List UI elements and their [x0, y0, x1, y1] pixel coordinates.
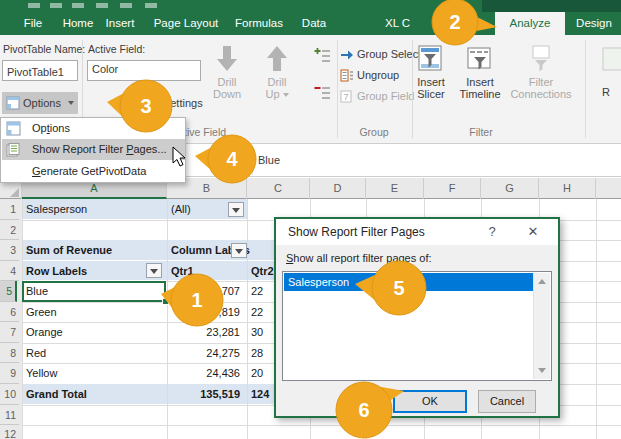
menu-item-show-report-filter-pages[interactable]: Show Report Filter Pages... [2, 139, 185, 160]
filter-connections-button: Filter Connections [508, 42, 574, 114]
callout-3: 3 [100, 78, 176, 136]
pivottable-name-input[interactable]: PivotTable1 [2, 60, 78, 81]
menu-item-generate-getpivotdata[interactable]: Generate GetPivotData [2, 161, 185, 182]
column-header-e[interactable]: E [366, 178, 424, 199]
cell-filter-field[interactable]: Salesperson [26, 199, 87, 220]
cancel-button[interactable]: Cancel [478, 390, 536, 413]
callout-1: 1 [152, 268, 228, 334]
callout-2-number: 2 [449, 11, 460, 33]
dialog-title-bar[interactable]: Show Report Filter Pages ? ✕ [276, 219, 558, 245]
value-orange-q2[interactable]: 30 [251, 322, 263, 343]
cell-filter-value[interactable]: (All) [171, 199, 191, 220]
row-header-4[interactable]: 4 [0, 261, 19, 281]
cell-qtr2-header[interactable]: Qtr2 [251, 261, 274, 281]
options-dropdown-caret-icon [68, 101, 74, 105]
callout-5-number: 5 [393, 277, 404, 299]
row-label-red[interactable]: Red [26, 343, 46, 363]
drill-down-button: Drill Down [205, 42, 249, 114]
selected-cell-border[interactable] [22, 281, 166, 302]
callout-4-number: 4 [226, 148, 238, 170]
tab-file[interactable]: File [14, 12, 52, 35]
drill-up-arrow-icon [264, 44, 290, 74]
tab-insert[interactable]: Insert [100, 12, 140, 35]
filter-connections-icon [527, 44, 555, 74]
dialog-title: Show Report Filter Pages [288, 219, 425, 245]
row-header-1[interactable]: 1 [0, 199, 19, 220]
expand-field-icon [314, 47, 332, 65]
row-header-11[interactable]: 11 [0, 405, 19, 425]
drill-up-caret-icon [283, 93, 289, 97]
row-header-10[interactable]: 10 [0, 384, 19, 405]
tab-xl-addin[interactable]: XL C [385, 12, 430, 35]
refresh-label-partial: R [602, 86, 610, 98]
cancel-button-label: Cancel [490, 395, 524, 407]
value-red-q2[interactable]: 28 [251, 343, 263, 363]
tab-design[interactable]: Design [567, 12, 621, 35]
column-header-h[interactable]: H [539, 178, 596, 199]
pivottable-name-value: PivotTable1 [7, 63, 64, 82]
group-separator [337, 40, 338, 138]
refresh-icon [602, 46, 621, 74]
tab-page-layout[interactable]: Page Layout [146, 12, 226, 35]
value-blue-q2[interactable]: 22 [251, 281, 263, 302]
row-label-orange[interactable]: Orange [26, 322, 63, 343]
row-label-green[interactable]: Green [26, 302, 57, 322]
row-header-6[interactable]: 6 [0, 302, 19, 322]
row-header-9[interactable]: 9 [0, 363, 19, 384]
value-red-q1[interactable]: 24,275 [168, 343, 240, 363]
dialog-close-button[interactable]: ✕ [520, 219, 546, 245]
row-header-3[interactable]: 3 [0, 240, 19, 261]
column-header-d[interactable]: D [310, 178, 366, 199]
dropdown-arrow-icon [235, 249, 243, 254]
pivottable-options-icon [6, 96, 20, 110]
ungroup-label: Ungroup [357, 67, 399, 84]
options-button-label: Options [23, 92, 61, 114]
insert-timeline-button[interactable]: Insert Timeline [455, 42, 505, 114]
value-yellow-q1[interactable]: 24,436 [168, 363, 240, 384]
filter-group-label: Filter [441, 126, 521, 138]
svg-text:7: 7 [343, 92, 348, 102]
refresh-button-partial[interactable]: R [596, 44, 621, 114]
row-header-7[interactable]: 7 [0, 322, 19, 343]
drill-up-button: Drill Up [255, 42, 299, 114]
grand-total-q1[interactable]: 135,519 [168, 384, 240, 405]
excel-window: File Home Insert Page Layout Formulas Da… [0, 0, 621, 439]
column-labels-dropdown[interactable] [231, 243, 247, 258]
tab-home[interactable]: Home [58, 12, 98, 35]
tab-data[interactable]: Data [296, 12, 332, 35]
column-header-g[interactable]: G [481, 178, 539, 199]
active-field-value: Color [92, 63, 118, 75]
scroll-up-icon[interactable] [538, 279, 546, 284]
corner-triangle-icon [10, 188, 19, 197]
ok-button-label: OK [422, 395, 438, 407]
row-header-8[interactable]: 8 [0, 343, 19, 363]
dialog-help-button[interactable]: ? [482, 219, 502, 245]
row-header-5[interactable]: 5 [0, 281, 17, 302]
tab-formulas[interactable]: Formulas [230, 12, 288, 35]
row-label-yellow[interactable]: Yellow [26, 363, 57, 384]
filter-value-dropdown[interactable] [228, 202, 244, 217]
value-yellow-q2[interactable]: 20 [251, 363, 263, 384]
options-button[interactable]: Options [2, 92, 78, 114]
listbox-scrollbar[interactable] [533, 273, 550, 379]
expand-field-button[interactable] [314, 47, 332, 65]
row-header-12[interactable]: 12 [0, 425, 19, 439]
tab-analyze[interactable]: Analyze [495, 12, 565, 35]
pivottable-name-label: PivotTable Name: [3, 43, 85, 55]
insert-slicer-button[interactable]: Insert Slicer [408, 42, 454, 114]
row-header-2[interactable]: 2 [0, 220, 19, 240]
collapse-field-button[interactable] [314, 84, 332, 102]
ungroup-icon [340, 69, 354, 82]
scroll-down-icon[interactable] [538, 368, 546, 373]
grand-total-q2[interactable]: 124 [251, 384, 269, 405]
grand-total-label[interactable]: Grand Total [26, 384, 87, 405]
cell-measure[interactable]: Sum of Revenue [26, 240, 112, 261]
cell-row-labels[interactable]: Row Labels [26, 261, 87, 281]
mouse-cursor-icon [172, 146, 188, 168]
column-header-f[interactable]: F [424, 178, 481, 199]
collapse-field-icon [314, 84, 332, 102]
value-green-q2[interactable]: 22 [251, 302, 263, 322]
callout-6: 6 [334, 380, 414, 439]
callout-5: 5 [350, 259, 430, 319]
drill-down-arrow-icon [214, 44, 240, 74]
